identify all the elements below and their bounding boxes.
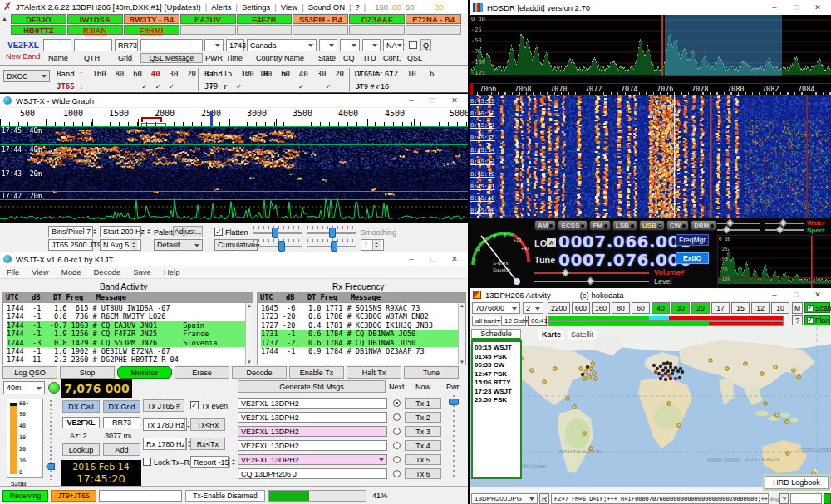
band-20-button[interactable]: 20	[691, 302, 710, 314]
callsign-button[interactable]: IW1DSA	[67, 14, 123, 24]
tx-message-5[interactable]: VE2FXL 13DPH2	[238, 454, 387, 465]
level-slider[interactable]	[534, 281, 649, 282]
mode-am-button[interactable]: AM	[534, 220, 556, 231]
waterfall-bright-slider[interactable]	[765, 223, 804, 224]
decode-row[interactable]: 1744 -1 1.6 615 # UT8UU IW1DSA -07	[7, 304, 253, 312]
schedule-item[interactable]: 20:50 PSK	[475, 396, 520, 405]
lo-ab-toggle[interactable]: A	[547, 238, 556, 247]
lo-frequency[interactable]: 0007.066.000	[558, 232, 691, 252]
callsign-button-alert[interactable]: F4HMI	[124, 25, 179, 35]
decode-row-cq[interactable]: 1744 -1 1.9 1256 # CQ F4FZR JN25 France	[7, 330, 253, 338]
rx-freq-spinner[interactable]: Rx 1780 Hz	[143, 438, 187, 450]
map-canvas[interactable]: SOUTH AMERI AUSTRALIA Pacific Ocean Paci…	[470, 327, 831, 492]
menu-help[interactable]: Help	[164, 267, 180, 276]
tx5-radio[interactable]	[393, 456, 401, 463]
radio-command-field[interactable]: FZ=7 FM=6 D=IF;+++ R=IF00007076000000000…	[551, 493, 769, 504]
rx-gain-slider[interactable]	[50, 400, 52, 480]
scan-checkbox[interactable]: Scan	[804, 302, 830, 313]
decode-row-cq[interactable]: 1744 -3 0.8 1429 # CQ S53PM JN76 Sloveni…	[7, 339, 253, 347]
wide-graph-titlebar[interactable]: WSJT-X - Wide Graph	[0, 94, 468, 107]
state-select[interactable]	[319, 39, 337, 51]
dx-call-button[interactable]: DX Call	[62, 400, 100, 413]
map-help2-button[interactable]: ?	[779, 493, 789, 504]
frequency-scale[interactable]: 500 1000 1500 2000 2500 3000 3500 4000 4…	[0, 108, 468, 126]
std-select[interactable]: 12 Std	[501, 316, 526, 326]
spectrum-bright-slider[interactable]	[765, 229, 804, 231]
adjust-button[interactable]: Adjust...	[173, 226, 203, 237]
report-spinner[interactable]: Report -15	[190, 456, 229, 468]
grid-field[interactable]: RR73	[115, 39, 138, 51]
plan-checkbox[interactable]: Plan	[804, 315, 830, 325]
hdsdr-mini-spectrum[interactable]	[717, 235, 831, 288]
minimize-icon[interactable]	[401, 94, 421, 107]
band-activity-table[interactable]: 1744 -1 1.6 615 # UT8UU IW1DSA -07 1744 …	[2, 302, 253, 365]
close-icon[interactable]	[445, 252, 465, 266]
close-icon[interactable]	[445, 94, 465, 107]
cont-select[interactable]: NA	[383, 39, 404, 51]
zero-slider[interactable]	[307, 232, 356, 234]
hdsdr-waterfall[interactable]	[470, 95, 831, 218]
tx2-button[interactable]: Tx 2	[405, 412, 441, 423]
jt65-split-spinner[interactable]: JT65 2500 JT9	[48, 239, 93, 251]
schedule-item[interactable]: 01:45 PSK	[475, 353, 520, 362]
decode-row-cq[interactable]: 1731 -1 0.6 1784 # CQ DB1NWA JO50	[261, 330, 465, 338]
qth-field[interactable]	[74, 39, 112, 51]
m-button[interactable]: M	[792, 302, 803, 314]
callsign-button-b4[interactable]: E72NA - B4	[406, 14, 461, 24]
minimize-icon[interactable]	[765, 288, 784, 301]
menu-view[interactable]: View	[32, 267, 48, 276]
tx4-radio[interactable]	[393, 442, 401, 449]
scroll-up-icon[interactable]: ▲	[2, 16, 7, 22]
dx-grid-field[interactable]: RR73	[103, 417, 140, 428]
band-activity-scrollbar[interactable]: ▲▼	[245, 303, 253, 365]
rx-lt-tx-button[interactable]: Rx<Tx	[190, 438, 225, 450]
band-80-button[interactable]: 80	[612, 302, 630, 314]
dx-call-field[interactable]: VE2FXL	[62, 417, 100, 428]
menu-save[interactable]: Save	[133, 267, 151, 276]
tx-message-2[interactable]: VE2FXL 13DPH2	[238, 412, 387, 423]
menu-settings[interactable]: Settings	[242, 2, 270, 12]
tx6-radio[interactable]	[393, 470, 401, 477]
qsl-message-field[interactable]	[140, 39, 203, 51]
mode-ecss-button[interactable]: ECSS	[558, 220, 588, 231]
schedule-button[interactable]: Schedule	[471, 329, 521, 340]
volume-slider[interactable]	[534, 272, 649, 274]
country-select[interactable]: Canada	[247, 39, 317, 51]
r-button[interactable]: R	[539, 493, 549, 504]
pwr-select[interactable]	[204, 39, 224, 51]
qsl-message-button[interactable]: QSL Message	[140, 53, 203, 63]
tx-even-checkbox[interactable]	[190, 401, 199, 409]
decode-button[interactable]: Decode	[232, 366, 287, 379]
band-15-button[interactable]: 15	[731, 302, 750, 314]
map-help-button[interactable]: ?	[792, 315, 803, 325]
tx2-radio[interactable]	[393, 413, 401, 421]
maximize-icon[interactable]	[786, 288, 806, 301]
decode-row[interactable]: 1744 -1 1.6 1902 # OE3ILW E72NA -07	[7, 347, 253, 355]
callsign-button[interactable]: DF3JO	[11, 14, 66, 24]
dxcc-select[interactable]: DXCC	[3, 70, 50, 82]
alert-band-60[interactable]: 60	[406, 2, 415, 12]
band-10-button[interactable]: 10	[771, 302, 789, 314]
decode-row-cq[interactable]: 1737 -2 0.6 1784 # CQ DB1NWA JO50	[261, 339, 465, 347]
zero2-slider[interactable]	[307, 246, 356, 247]
tx-message-6[interactable]: CQ 13DPH206 J	[238, 468, 387, 479]
alert-band-160[interactable]: 160	[375, 2, 388, 12]
schedule-item[interactable]: 15:06 RTTY	[475, 379, 520, 388]
lookup-button[interactable]: Lookup	[62, 443, 100, 456]
curve-select[interactable]: Cumulative	[214, 239, 258, 251]
enable-tx-button[interactable]: Enable Tx	[289, 366, 344, 379]
qsl-checkbox[interactable]	[409, 41, 417, 49]
decode-row[interactable]: 1744 -11 2.3 2360 # DG2PHE HB9TTZ R-04	[7, 355, 253, 364]
mode-usb-button[interactable]: USB	[639, 220, 665, 231]
lock-txrx-checkbox[interactable]	[143, 458, 151, 466]
close-icon[interactable]	[808, 288, 828, 301]
mode-fm-button[interactable]: FM	[589, 220, 611, 231]
mode-lsb-button[interactable]: LSB	[612, 220, 637, 231]
itu-select[interactable]	[362, 39, 381, 51]
halt-tx-button[interactable]: Halt Tx	[347, 366, 401, 379]
tune-button[interactable]: Tune	[404, 366, 459, 379]
band-2200-button[interactable]: 2200	[548, 302, 570, 314]
decode-row[interactable]: 1744 -1 0.9 1784 # DB1NWA OZ3AAF 73	[261, 347, 465, 355]
tx4-button[interactable]: Tx 4	[405, 440, 441, 451]
tx-freq-spinner[interactable]: Tx 1780 Hz	[143, 418, 187, 431]
